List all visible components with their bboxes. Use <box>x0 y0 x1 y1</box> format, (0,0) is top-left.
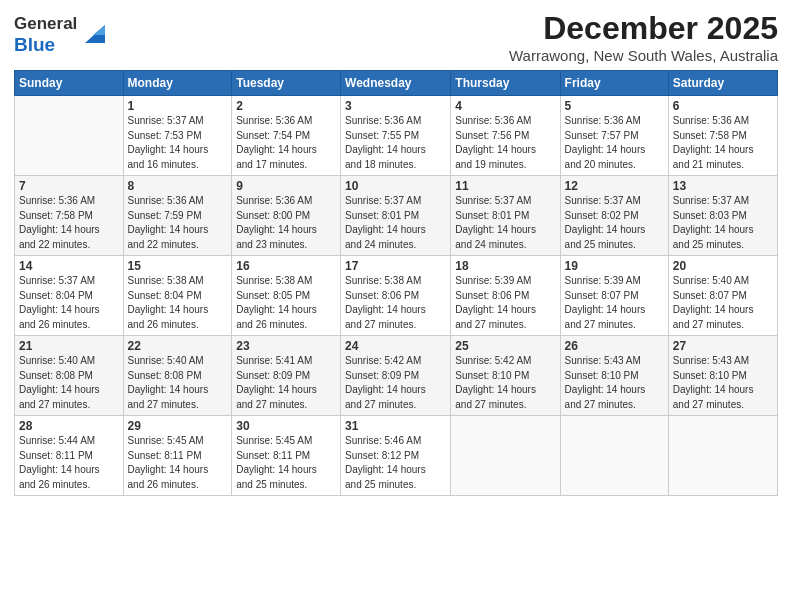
calendar-cell: 8Sunrise: 5:36 AMSunset: 7:59 PMDaylight… <box>123 176 232 256</box>
sunset-text: Sunset: 8:01 PM <box>345 210 419 221</box>
calendar-cell: 1Sunrise: 5:37 AMSunset: 7:53 PMDaylight… <box>123 96 232 176</box>
sunset-text: Sunset: 7:55 PM <box>345 130 419 141</box>
calendar-cell: 21Sunrise: 5:40 AMSunset: 8:08 PMDayligh… <box>15 336 124 416</box>
daylight-text: Daylight: 14 hoursand 25 minutes. <box>236 464 317 490</box>
sunset-text: Sunset: 8:09 PM <box>236 370 310 381</box>
sunset-text: Sunset: 8:07 PM <box>565 290 639 301</box>
sunset-text: Sunset: 8:12 PM <box>345 450 419 461</box>
month-title: December 2025 <box>509 10 778 47</box>
sunrise-text: Sunrise: 5:38 AM <box>236 275 312 286</box>
sunset-text: Sunset: 8:11 PM <box>236 450 310 461</box>
day-number: 4 <box>455 99 555 113</box>
day-info: Sunrise: 5:42 AMSunset: 8:10 PMDaylight:… <box>455 354 555 412</box>
day-info: Sunrise: 5:44 AMSunset: 8:11 PMDaylight:… <box>19 434 119 492</box>
page-container: General Blue December 2025 Warrawong, Ne… <box>0 0 792 502</box>
day-info: Sunrise: 5:38 AMSunset: 8:06 PMDaylight:… <box>345 274 446 332</box>
sunset-text: Sunset: 7:57 PM <box>565 130 639 141</box>
sunset-text: Sunset: 7:53 PM <box>128 130 202 141</box>
sunset-text: Sunset: 8:00 PM <box>236 210 310 221</box>
day-number: 7 <box>19 179 119 193</box>
sunrise-text: Sunrise: 5:38 AM <box>345 275 421 286</box>
sunrise-text: Sunrise: 5:37 AM <box>565 195 641 206</box>
day-info: Sunrise: 5:37 AMSunset: 8:01 PMDaylight:… <box>345 194 446 252</box>
sunset-text: Sunset: 8:11 PM <box>19 450 93 461</box>
sunset-text: Sunset: 7:58 PM <box>19 210 93 221</box>
daylight-text: Daylight: 14 hoursand 25 minutes. <box>565 224 646 250</box>
sunset-text: Sunset: 8:04 PM <box>19 290 93 301</box>
daylight-text: Daylight: 14 hoursand 22 minutes. <box>19 224 100 250</box>
day-number: 28 <box>19 419 119 433</box>
day-number: 26 <box>565 339 664 353</box>
day-info: Sunrise: 5:36 AMSunset: 7:58 PMDaylight:… <box>673 114 773 172</box>
sunset-text: Sunset: 8:08 PM <box>128 370 202 381</box>
calendar-cell: 27Sunrise: 5:43 AMSunset: 8:10 PMDayligh… <box>668 336 777 416</box>
sunrise-text: Sunrise: 5:45 AM <box>128 435 204 446</box>
day-info: Sunrise: 5:37 AMSunset: 8:01 PMDaylight:… <box>455 194 555 252</box>
calendar-cell: 4Sunrise: 5:36 AMSunset: 7:56 PMDaylight… <box>451 96 560 176</box>
day-info: Sunrise: 5:37 AMSunset: 7:53 PMDaylight:… <box>128 114 228 172</box>
day-number: 10 <box>345 179 446 193</box>
weekday-header-tuesday: Tuesday <box>232 71 341 96</box>
daylight-text: Daylight: 14 hoursand 23 minutes. <box>236 224 317 250</box>
day-number: 6 <box>673 99 773 113</box>
day-number: 20 <box>673 259 773 273</box>
calendar-table: SundayMondayTuesdayWednesdayThursdayFrid… <box>14 70 778 496</box>
calendar-week-5: 28Sunrise: 5:44 AMSunset: 8:11 PMDayligh… <box>15 416 778 496</box>
calendar-cell: 24Sunrise: 5:42 AMSunset: 8:09 PMDayligh… <box>341 336 451 416</box>
day-info: Sunrise: 5:46 AMSunset: 8:12 PMDaylight:… <box>345 434 446 492</box>
day-number: 27 <box>673 339 773 353</box>
day-info: Sunrise: 5:43 AMSunset: 8:10 PMDaylight:… <box>673 354 773 412</box>
sunrise-text: Sunrise: 5:44 AM <box>19 435 95 446</box>
day-info: Sunrise: 5:36 AMSunset: 8:00 PMDaylight:… <box>236 194 336 252</box>
daylight-text: Daylight: 14 hoursand 25 minutes. <box>345 464 426 490</box>
daylight-text: Daylight: 14 hoursand 27 minutes. <box>565 304 646 330</box>
day-info: Sunrise: 5:36 AMSunset: 7:56 PMDaylight:… <box>455 114 555 172</box>
calendar-cell: 28Sunrise: 5:44 AMSunset: 8:11 PMDayligh… <box>15 416 124 496</box>
daylight-text: Daylight: 14 hoursand 27 minutes. <box>19 384 100 410</box>
sunrise-text: Sunrise: 5:42 AM <box>455 355 531 366</box>
sunrise-text: Sunrise: 5:40 AM <box>19 355 95 366</box>
sunset-text: Sunset: 8:06 PM <box>455 290 529 301</box>
logo: General Blue <box>14 14 111 55</box>
day-info: Sunrise: 5:40 AMSunset: 8:08 PMDaylight:… <box>128 354 228 412</box>
day-number: 22 <box>128 339 228 353</box>
sunset-text: Sunset: 8:09 PM <box>345 370 419 381</box>
sunrise-text: Sunrise: 5:37 AM <box>128 115 204 126</box>
day-info: Sunrise: 5:37 AMSunset: 8:03 PMDaylight:… <box>673 194 773 252</box>
day-number: 3 <box>345 99 446 113</box>
day-info: Sunrise: 5:41 AMSunset: 8:09 PMDaylight:… <box>236 354 336 412</box>
logo-general: General <box>14 14 77 33</box>
day-number: 9 <box>236 179 336 193</box>
sunset-text: Sunset: 8:06 PM <box>345 290 419 301</box>
calendar-week-2: 7Sunrise: 5:36 AMSunset: 7:58 PMDaylight… <box>15 176 778 256</box>
calendar-cell <box>560 416 668 496</box>
daylight-text: Daylight: 14 hoursand 25 minutes. <box>673 224 754 250</box>
day-info: Sunrise: 5:42 AMSunset: 8:09 PMDaylight:… <box>345 354 446 412</box>
svg-marker-1 <box>93 25 105 35</box>
sunrise-text: Sunrise: 5:37 AM <box>673 195 749 206</box>
sunset-text: Sunset: 8:11 PM <box>128 450 202 461</box>
calendar-cell: 10Sunrise: 5:37 AMSunset: 8:01 PMDayligh… <box>341 176 451 256</box>
day-number: 23 <box>236 339 336 353</box>
calendar-cell <box>668 416 777 496</box>
day-number: 12 <box>565 179 664 193</box>
sunrise-text: Sunrise: 5:36 AM <box>673 115 749 126</box>
day-info: Sunrise: 5:37 AMSunset: 8:02 PMDaylight:… <box>565 194 664 252</box>
daylight-text: Daylight: 14 hoursand 26 minutes. <box>236 304 317 330</box>
weekday-header-friday: Friday <box>560 71 668 96</box>
day-number: 16 <box>236 259 336 273</box>
day-info: Sunrise: 5:45 AMSunset: 8:11 PMDaylight:… <box>128 434 228 492</box>
day-number: 25 <box>455 339 555 353</box>
sunrise-text: Sunrise: 5:39 AM <box>455 275 531 286</box>
calendar-header-row: SundayMondayTuesdayWednesdayThursdayFrid… <box>15 71 778 96</box>
sunset-text: Sunset: 8:07 PM <box>673 290 747 301</box>
sunset-text: Sunset: 8:03 PM <box>673 210 747 221</box>
daylight-text: Daylight: 14 hoursand 20 minutes. <box>565 144 646 170</box>
daylight-text: Daylight: 14 hoursand 21 minutes. <box>673 144 754 170</box>
sunrise-text: Sunrise: 5:41 AM <box>236 355 312 366</box>
sunrise-text: Sunrise: 5:39 AM <box>565 275 641 286</box>
daylight-text: Daylight: 14 hoursand 26 minutes. <box>128 464 209 490</box>
calendar-cell: 2Sunrise: 5:36 AMSunset: 7:54 PMDaylight… <box>232 96 341 176</box>
sunrise-text: Sunrise: 5:46 AM <box>345 435 421 446</box>
logo-blue: Blue <box>14 34 55 55</box>
